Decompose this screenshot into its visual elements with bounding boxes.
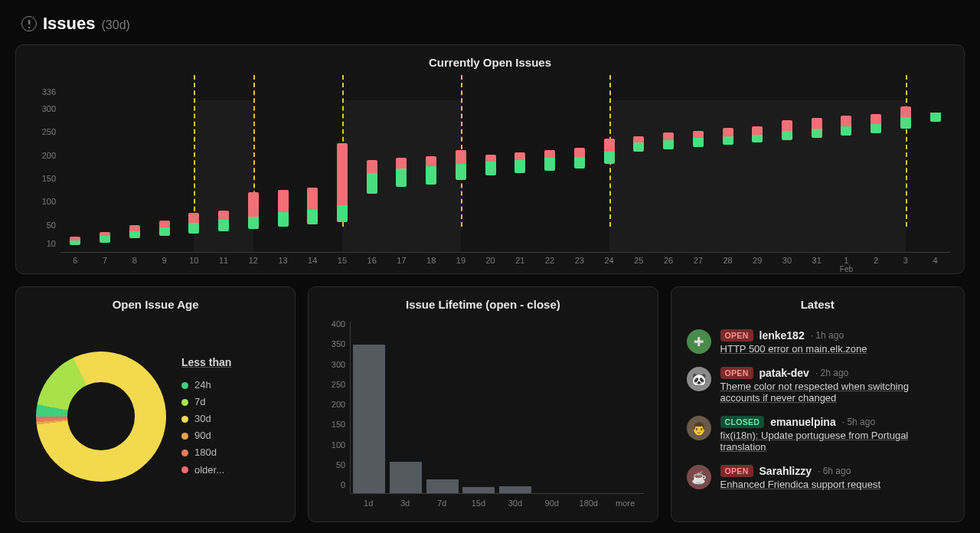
username[interactable]: patak-dev <box>760 367 809 379</box>
issue-title[interactable]: Theme color not respected when switching… <box>720 381 949 404</box>
chart-bar[interactable] <box>159 220 170 253</box>
status-badge: OPEN <box>720 465 753 477</box>
chart-bar[interactable] <box>930 113 941 252</box>
avatar[interactable]: ☕ <box>687 465 711 489</box>
x-tick-label: 30d <box>508 499 522 508</box>
lifetime-chart-card: Issue Lifetime (open - close) 0501001502… <box>308 286 658 522</box>
chart-bar[interactable] <box>663 132 674 252</box>
page-header: Issues (30d) <box>15 14 965 34</box>
latest-issues-title: Latest <box>685 298 950 311</box>
x-tick-label: 2 <box>874 256 878 265</box>
chart-bar[interactable] <box>248 191 259 252</box>
issue-title[interactable]: Enhanced Friendica support request <box>720 479 949 490</box>
status-badge: CLOSED <box>720 416 765 428</box>
legend-item[interactable]: 180d <box>181 444 231 461</box>
x-tick-label: 17 <box>397 256 406 265</box>
x-tick-label: 25 <box>634 256 643 265</box>
avatar[interactable]: 🐼 <box>687 367 711 391</box>
legend-label: 7d <box>194 394 205 410</box>
chart-bar[interactable] <box>871 113 881 252</box>
avatar[interactable]: ✚ <box>687 329 711 354</box>
chart-bar[interactable] <box>456 149 466 252</box>
chart-bar[interactable] <box>693 130 704 252</box>
chart-bar[interactable] <box>574 147 585 252</box>
chart-bar[interactable] <box>426 155 436 252</box>
username[interactable]: Sarahlizzy <box>760 465 812 477</box>
chart-bar[interactable] <box>218 210 229 252</box>
x-tick-label: 4 <box>933 256 938 265</box>
histogram-bar[interactable] <box>462 487 495 493</box>
chart-bar[interactable] <box>367 159 377 252</box>
x-tick-label: 180d <box>579 499 597 508</box>
chart-bar[interactable] <box>841 115 851 252</box>
histogram-bar[interactable] <box>426 479 459 493</box>
chart-bar[interactable] <box>900 106 911 252</box>
x-tick-label: 13 <box>278 256 287 265</box>
legend-color-dot <box>181 382 188 389</box>
issue-title[interactable]: HTTP 500 error on main.elk.zone <box>720 343 949 355</box>
chart-bar[interactable] <box>752 126 763 252</box>
lifetime-chart[interactable]: 050100150200250300350400 <box>322 322 643 494</box>
x-tick-label: 19 <box>456 256 466 265</box>
chart-bar[interactable] <box>723 127 733 252</box>
username[interactable]: lenke182 <box>760 329 805 342</box>
open-issues-chart[interactable]: 1050100150200250300336 <box>30 77 950 253</box>
histogram-bar[interactable] <box>353 345 385 493</box>
x-tick-label: 29 <box>753 256 762 265</box>
legend-item[interactable]: older... <box>181 462 231 479</box>
legend-label: 24h <box>194 377 211 394</box>
status-badge: OPEN <box>720 367 753 379</box>
y-tick-label: 200 <box>42 151 56 160</box>
chart-bar[interactable] <box>485 154 496 252</box>
latest-issue-item[interactable]: ✚OPENlenke182· 1h agoHTTP 500 error on m… <box>685 323 950 361</box>
legend-item[interactable]: 30d <box>181 410 231 427</box>
chart-bar[interactable] <box>70 236 80 252</box>
chart-bar[interactable] <box>514 152 525 252</box>
username[interactable]: emanuelpina <box>770 416 836 428</box>
chart-bar[interactable] <box>278 189 289 252</box>
issue-time: · 5h ago <box>842 417 875 427</box>
legend-item[interactable]: 90d <box>181 427 231 444</box>
chart-bar[interactable] <box>337 142 348 252</box>
issue-age-donut[interactable] <box>36 352 166 482</box>
x-tick-label: 14 <box>308 256 317 265</box>
x-tick-label: 15 <box>338 256 347 265</box>
chart-bar[interactable] <box>544 149 555 252</box>
latest-issue-item[interactable]: 🐼OPENpatak-dev· 2h agoTheme color not re… <box>685 361 950 410</box>
chart-bar[interactable] <box>633 136 644 252</box>
avatar[interactable]: 👨 <box>687 416 711 440</box>
chart-bar[interactable] <box>604 138 615 252</box>
chart-bar[interactable] <box>396 157 407 253</box>
chart-bar[interactable] <box>812 117 822 252</box>
legend-item[interactable]: 7d <box>181 394 231 410</box>
open-issues-chart-card: Currently Open Issues 105010015020025030… <box>15 44 965 274</box>
alert-circle-icon <box>21 16 37 31</box>
x-tick-label: 26 <box>664 256 673 265</box>
y-tick-label: 300 <box>42 104 56 113</box>
histogram-bar[interactable] <box>499 486 531 493</box>
x-tick-label: 31 <box>812 256 822 265</box>
legend-color-dot <box>181 450 188 456</box>
y-tick-label: 150 <box>42 174 56 183</box>
chart-bar[interactable] <box>307 187 318 252</box>
histogram-bar[interactable] <box>390 462 422 493</box>
x-tick-label: 22 <box>545 256 554 265</box>
x-tick-label: 6 <box>73 256 77 265</box>
chart-bar[interactable] <box>782 119 792 252</box>
legend-item[interactable]: 24h <box>181 377 231 394</box>
legend-label: older... <box>194 462 224 479</box>
chart-bar[interactable] <box>188 212 199 252</box>
issue-age-legend: Less than 24h7d30d90d180dolder... <box>181 354 231 478</box>
lifetime-plot-area[interactable] <box>350 322 643 494</box>
issue-title[interactable]: fix(i18n): Update portuguese from Portug… <box>720 430 949 453</box>
x-tick-label: 1d <box>364 499 373 508</box>
latest-issue-item[interactable]: 👨CLOSEDemanuelpina· 5h agofix(i18n): Upd… <box>685 410 950 459</box>
x-tick-label: 3d <box>400 499 410 508</box>
chart-bar[interactable] <box>100 231 110 252</box>
open-issues-chart-title: Currently Open Issues <box>30 56 950 69</box>
chart-bar[interactable] <box>129 224 140 252</box>
y-tick-label: 150 <box>332 420 345 429</box>
open-issues-plot-area[interactable] <box>60 77 950 253</box>
latest-issue-item[interactable]: ☕OPENSarahlizzy· 6h agoEnhanced Friendic… <box>685 459 950 496</box>
y-tick-label: 300 <box>332 360 345 369</box>
